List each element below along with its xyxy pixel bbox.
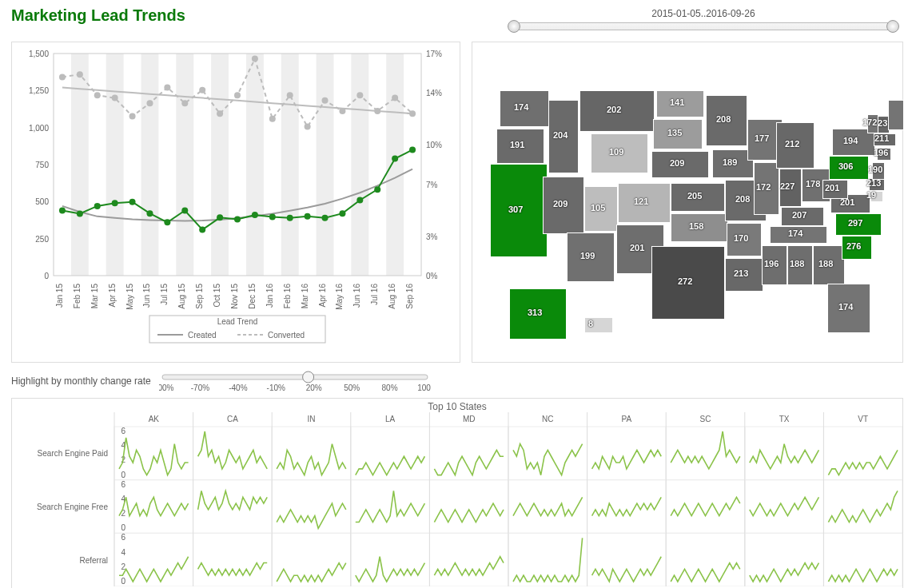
svg-point-56	[269, 116, 276, 122]
svg-text:Mar 16: Mar 16	[301, 284, 309, 309]
svg-point-82	[356, 197, 363, 203]
state-WV[interactable]	[822, 180, 848, 199]
svg-point-74	[217, 214, 223, 220]
date-range-handle-min[interactable]	[508, 20, 520, 33]
svg-point-50	[164, 85, 170, 91]
svg-point-69	[129, 199, 136, 205]
svg-text:LA: LA	[385, 415, 396, 423]
state-CA[interactable]	[490, 164, 548, 257]
svg-point-62	[374, 108, 380, 114]
svg-text:6: 6	[121, 427, 125, 435]
svg-text:Converted: Converted	[268, 331, 305, 340]
state-AR[interactable]	[727, 223, 762, 256]
state-ID[interactable]	[548, 100, 579, 173]
state-HI[interactable]	[584, 317, 613, 333]
state-NJ[interactable]	[872, 162, 885, 180]
svg-text:Sep 15: Sep 15	[195, 284, 204, 309]
svg-text:Created: Created	[188, 331, 217, 340]
state-MD[interactable]	[869, 178, 885, 191]
svg-text:Apr 16: Apr 16	[318, 284, 327, 308]
svg-rect-8	[351, 54, 368, 276]
sparkline-grid[interactable]: Top 10 States AKCAINLAMDNCPASCTXVTSearch…	[11, 398, 903, 588]
us-map[interactable]: 1741913072042091051992021091212012721411…	[472, 42, 903, 363]
svg-point-54	[234, 92, 241, 98]
state-SD[interactable]	[653, 119, 703, 149]
state-DE[interactable]	[870, 191, 883, 202]
svg-text:80%: 80%	[381, 383, 397, 392]
state-AL[interactable]	[787, 245, 813, 285]
svg-text:Referral: Referral	[79, 556, 108, 565]
svg-text:Jun 15: Jun 15	[142, 284, 151, 308]
svg-rect-154	[587, 533, 667, 586]
svg-rect-125	[666, 427, 745, 480]
svg-point-72	[181, 207, 188, 213]
svg-rect-133	[114, 480, 193, 534]
svg-text:Jul 15: Jul 15	[160, 284, 169, 305]
state-WA[interactable]	[500, 90, 549, 127]
state-UT[interactable]	[584, 186, 618, 232]
svg-text:VT: VT	[858, 415, 868, 423]
state-NC[interactable]	[835, 213, 882, 236]
svg-point-46	[94, 92, 101, 98]
state-KY[interactable]	[781, 207, 824, 226]
svg-point-60	[339, 108, 345, 114]
svg-point-75	[234, 217, 241, 223]
state-CT[interactable]	[877, 148, 891, 161]
state-IN[interactable]	[779, 169, 802, 207]
svg-point-47	[112, 95, 118, 101]
state-GA[interactable]	[813, 245, 845, 285]
state-WY[interactable]	[591, 133, 648, 173]
state-IL[interactable]	[754, 162, 779, 215]
highlight-slider[interactable]: -100%-70%-40%-10%20%50%80%100%	[159, 368, 431, 394]
svg-point-65	[59, 207, 66, 213]
state-MT[interactable]	[579, 90, 655, 132]
svg-text:17%: 17%	[426, 50, 442, 58]
svg-point-80	[322, 215, 329, 221]
svg-text:AK: AK	[149, 415, 160, 423]
svg-point-61	[356, 92, 363, 98]
state-VT[interactable]	[867, 114, 878, 133]
svg-text:Aug 15: Aug 15	[177, 284, 186, 309]
svg-text:PA: PA	[622, 415, 632, 423]
date-range-label: 2015-01-05..2016-09-26	[504, 8, 903, 19]
date-range-handle-max[interactable]	[886, 20, 899, 33]
state-TN[interactable]	[770, 226, 827, 244]
state-OK[interactable]	[671, 213, 728, 242]
svg-rect-4	[211, 54, 229, 276]
state-MS[interactable]	[762, 245, 787, 285]
svg-rect-141	[745, 480, 824, 534]
svg-point-45	[77, 71, 83, 77]
state-TX[interactable]	[651, 246, 725, 320]
svg-text:Jan 15: Jan 15	[55, 284, 64, 308]
svg-rect-136	[351, 480, 430, 534]
state-AZ[interactable]	[567, 232, 615, 282]
date-range-slider[interactable]: 2015-01-05..2016-09-26	[504, 6, 903, 35]
state-MI[interactable]	[776, 122, 814, 169]
svg-text:May 16: May 16	[335, 284, 344, 310]
svg-text:CA: CA	[227, 415, 238, 423]
state-AK[interactable]	[509, 288, 567, 340]
state-ME[interactable]	[888, 100, 904, 130]
svg-rect-138	[508, 480, 587, 534]
state-PA[interactable]	[829, 156, 869, 180]
state-KS[interactable]	[671, 183, 725, 212]
svg-text:Feb 16: Feb 16	[283, 284, 292, 309]
state-MN[interactable]	[706, 95, 747, 146]
svg-point-44	[59, 74, 66, 80]
state-ND[interactable]	[656, 90, 704, 117]
svg-point-53	[217, 110, 223, 117]
state-NE[interactable]	[651, 151, 709, 178]
svg-point-59	[322, 97, 329, 104]
state-SC[interactable]	[842, 236, 872, 260]
state-FL[interactable]	[827, 284, 870, 333]
lead-trend-chart[interactable]: 02505007501,0001,2501,5000%3%7%10%14%17%…	[11, 42, 460, 363]
state-CO[interactable]	[618, 183, 671, 223]
state-LA[interactable]	[725, 258, 763, 292]
svg-text:TX: TX	[779, 415, 790, 423]
state-MA[interactable]	[874, 133, 896, 146]
svg-rect-120	[272, 427, 351, 480]
state-NV[interactable]	[543, 177, 584, 234]
state-OR[interactable]	[496, 129, 544, 164]
svg-text:-70%: -70%	[191, 383, 209, 392]
svg-text:20%: 20%	[305, 383, 321, 392]
